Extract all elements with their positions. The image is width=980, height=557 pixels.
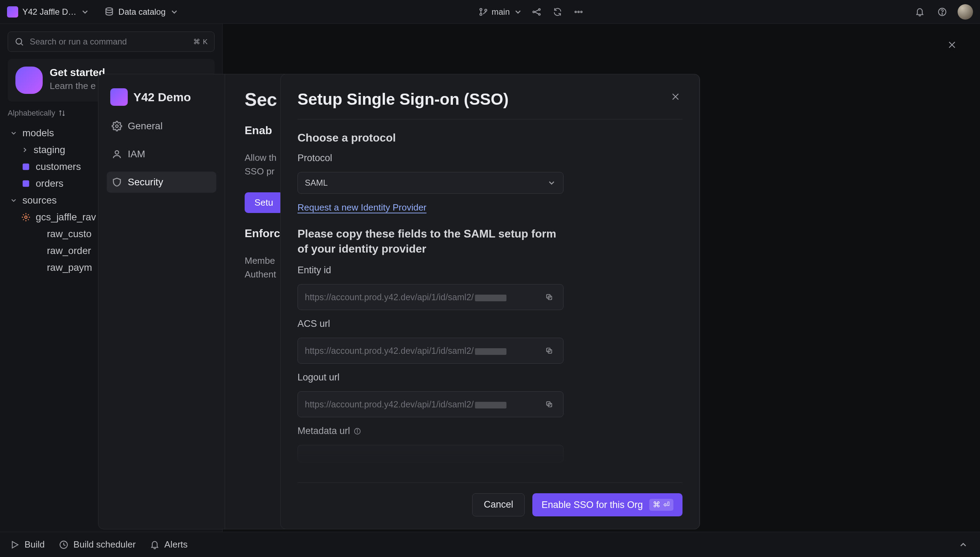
- logout-url-value-prefix: https://account.prod.y42.dev/api/1/id/sa…: [305, 399, 474, 409]
- nav-label: IAM: [128, 148, 145, 160]
- entity-id-value-prefix: https://account.prod.y42.dev/api/1/id/sa…: [305, 292, 474, 302]
- table-icon: [32, 246, 42, 256]
- sync-button[interactable]: [550, 5, 565, 19]
- chevron-down-icon: [170, 7, 179, 16]
- topbar-right: [913, 4, 973, 20]
- sso-modal-close-button[interactable]: [668, 90, 683, 104]
- svg-point-4: [533, 11, 534, 13]
- catalog-label: Data catalog: [118, 7, 165, 17]
- settings-close-button[interactable]: [945, 38, 959, 52]
- settings-nav-iam[interactable]: IAM: [107, 143, 216, 164]
- alerts-button[interactable]: Alerts: [150, 539, 188, 550]
- close-icon: [671, 92, 680, 102]
- copy-entity-id-button[interactable]: [542, 290, 556, 304]
- command-search[interactable]: Search or run a command ⌘ K: [8, 31, 214, 52]
- git-branch-icon: [479, 7, 488, 17]
- table-icon: [32, 263, 42, 272]
- redacted-segment: [475, 295, 506, 301]
- catalog-switcher[interactable]: Data catalog: [104, 7, 179, 17]
- protocol-selected-value: SAML: [305, 178, 328, 188]
- choose-protocol-heading: Choose a protocol: [297, 131, 683, 144]
- copy-logout-url-button[interactable]: [542, 397, 556, 411]
- tree-label: raw_order: [47, 245, 91, 256]
- build-scheduler-button[interactable]: Build scheduler: [59, 539, 136, 550]
- build-scheduler-label: Build scheduler: [73, 539, 136, 550]
- acs-url-field: https://account.prod.y42.dev/api/1/id/sa…: [297, 338, 563, 364]
- redacted-segment: [475, 402, 506, 409]
- redacted-segment: [475, 348, 506, 355]
- sso-modal-title: Setup Single Sign-on (SSO): [297, 90, 509, 109]
- topbar: Y42 Jaffle D… Data catalog main: [0, 0, 980, 24]
- protocol-select[interactable]: SAML: [297, 172, 563, 194]
- bottombar: Build Build scheduler Alerts: [0, 532, 980, 557]
- svg-point-0: [106, 8, 113, 10]
- search-placeholder: Search or run a command: [30, 37, 188, 47]
- svg-point-28: [115, 125, 118, 127]
- setup-sso-button[interactable]: Setu: [245, 192, 283, 213]
- metadata-url-field[interactable]: [297, 445, 563, 463]
- chevron-down-icon: [10, 197, 18, 204]
- tree-label: raw_paym: [47, 262, 92, 273]
- svg-point-7: [575, 11, 576, 12]
- protocol-label: Protocol: [297, 153, 683, 164]
- svg-rect-14: [23, 164, 29, 170]
- user-avatar[interactable]: [957, 4, 973, 20]
- chevron-down-icon: [513, 7, 522, 16]
- model-icon: [21, 179, 31, 189]
- chevron-down-icon: [10, 129, 18, 137]
- build-button[interactable]: Build: [10, 539, 45, 550]
- more-menu-button[interactable]: [571, 5, 586, 19]
- chevron-right-icon: [21, 146, 29, 154]
- svg-point-9: [581, 11, 582, 12]
- sso-modal-footer: Cancel Enable SSO for this Org ⌘ ⏎: [297, 482, 683, 529]
- tree-label: customers: [36, 161, 81, 173]
- copy-instruction-heading: Please copy these fields to the SAML set…: [297, 226, 557, 256]
- svg-point-5: [538, 8, 540, 10]
- play-icon: [10, 540, 19, 550]
- acs-url-value-prefix: https://account.prod.y42.dev/api/1/id/sa…: [305, 346, 474, 355]
- chevron-down-icon: [547, 178, 556, 187]
- svg-line-13: [21, 44, 23, 45]
- expand-bottombar-button[interactable]: [956, 538, 970, 552]
- chevron-up-icon: [958, 540, 968, 550]
- tree-label: sources: [23, 195, 57, 206]
- settings-nav-security[interactable]: Security: [107, 172, 216, 193]
- tree-label: models: [23, 127, 54, 139]
- more-horizontal-icon: [574, 7, 583, 17]
- settings-nav-general[interactable]: General: [107, 116, 216, 137]
- enable-sso-submit-button[interactable]: Enable SSO for this Org ⌘ ⏎: [532, 493, 683, 516]
- copy-acs-url-button[interactable]: [542, 344, 556, 358]
- branch-status-group: main: [479, 5, 586, 19]
- acs-url-label: ACS url: [297, 318, 683, 329]
- svg-rect-23: [34, 264, 41, 271]
- close-icon: [947, 40, 957, 50]
- settings-org-row[interactable]: Y42 Demo: [107, 85, 216, 109]
- nav-label: Security: [128, 177, 163, 188]
- request-new-idp-link[interactable]: Request a new Identity Provider: [297, 202, 683, 213]
- clock-icon: [59, 540, 68, 550]
- sort-icon: [58, 109, 66, 117]
- alerts-label: Alerts: [164, 539, 188, 550]
- copy-icon: [545, 347, 553, 355]
- graph-view-button[interactable]: [529, 5, 544, 19]
- branch-switcher[interactable]: main: [479, 7, 522, 17]
- settings-nav: Y42 Demo General IAM Security: [98, 74, 225, 529]
- search-kbd-hint: ⌘ K: [193, 37, 208, 46]
- logout-url-label: Logout url: [297, 372, 683, 383]
- tree-label: orders: [36, 178, 63, 189]
- bell-icon: [150, 540, 160, 550]
- refresh-icon: [553, 7, 563, 17]
- cancel-button[interactable]: Cancel: [472, 493, 525, 516]
- help-button[interactable]: [935, 5, 949, 19]
- entity-id-label: Entity id: [297, 265, 683, 276]
- shield-icon: [112, 177, 122, 187]
- help-circle-icon: [937, 7, 947, 17]
- database-icon: [104, 7, 114, 17]
- workspace-name: Y42 Jaffle D…: [23, 7, 76, 17]
- notifications-button[interactable]: [913, 5, 927, 19]
- workspace-switcher[interactable]: Y42 Jaffle D…: [7, 6, 89, 18]
- svg-point-29: [115, 151, 118, 154]
- info-circle-icon[interactable]: [354, 427, 361, 435]
- tree-label: gcs_jaffle_rav: [36, 212, 96, 223]
- entity-id-field: https://account.prod.y42.dev/api/1/id/sa…: [297, 284, 563, 310]
